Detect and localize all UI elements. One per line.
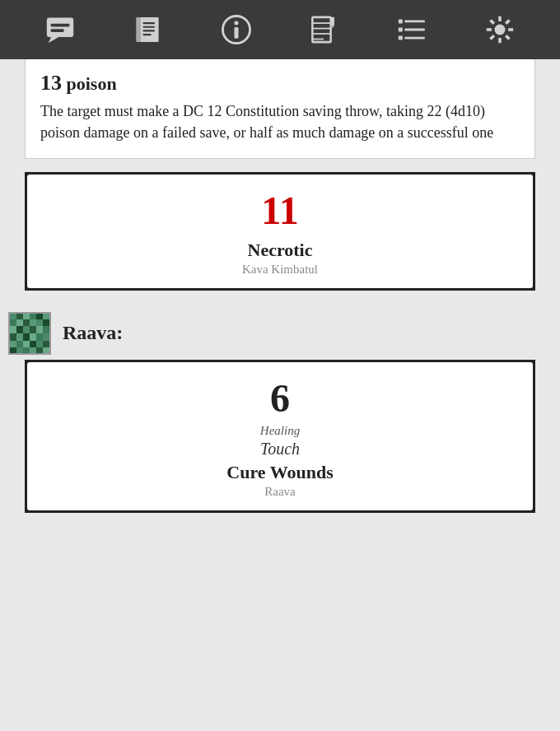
poison-title: 13 poison	[40, 71, 520, 95]
poison-description: The target must make a DC 12 Constitutio…	[40, 100, 520, 143]
journal-icon[interactable]	[130, 12, 166, 48]
svg-rect-5	[137, 17, 141, 42]
svg-rect-8	[143, 30, 155, 31]
cure-wounds-caster: Raava	[44, 485, 516, 499]
svg-point-26	[494, 25, 505, 35]
svg-rect-6	[143, 22, 155, 24]
svg-rect-2	[51, 24, 70, 27]
cure-wounds-number: 6	[44, 377, 516, 421]
cure-wounds-name: Cure Wounds	[44, 462, 516, 483]
svg-line-32	[506, 35, 509, 39]
list-icon[interactable]	[394, 12, 430, 48]
chat-icon[interactable]	[42, 12, 78, 48]
cure-wounds-card-inner: 6 Healing Touch Cure Wounds Raava	[44, 377, 516, 499]
svg-rect-23	[404, 20, 424, 22]
svg-rect-22	[399, 36, 403, 40]
svg-rect-0	[47, 18, 73, 37]
svg-rect-9	[143, 34, 152, 35]
info-icon[interactable]	[218, 12, 254, 48]
cure-wounds-card: 6 Healing Touch Cure Wounds Raava	[25, 360, 535, 513]
necrotic-sub: Kava Kimbatul	[44, 263, 516, 277]
avatar-mosaic	[10, 312, 49, 355]
svg-marker-18	[331, 17, 334, 26]
svg-line-33	[506, 20, 509, 23]
svg-point-11	[234, 21, 238, 26]
svg-marker-1	[49, 37, 59, 43]
cure-wounds-touch: Touch	[44, 440, 516, 459]
svg-rect-7	[143, 26, 155, 28]
svg-line-34	[490, 35, 493, 39]
poison-amount: 13	[40, 71, 62, 95]
svg-rect-13	[313, 17, 331, 42]
necrotic-card-inner: 11 Necrotic Kava Kimbatul	[44, 189, 516, 277]
poison-card: 13 poison The target must make a DC 12 C…	[25, 59, 535, 159]
necrotic-name: Necrotic	[44, 240, 516, 261]
svg-rect-3	[51, 29, 64, 32]
settings-icon[interactable]	[482, 12, 518, 48]
svg-rect-20	[399, 19, 403, 23]
svg-rect-24	[404, 29, 424, 31]
notes-icon[interactable]	[306, 12, 342, 48]
svg-rect-21	[399, 27, 403, 31]
poison-type: poison	[67, 73, 117, 94]
svg-line-31	[490, 20, 493, 23]
necrotic-number: 11	[44, 189, 516, 233]
svg-rect-12	[234, 27, 238, 39]
avatar	[8, 312, 51, 355]
toolbar	[0, 0, 560, 59]
svg-rect-25	[404, 37, 424, 40]
cure-wounds-type: Healing	[44, 424, 516, 438]
necrotic-card: 11 Necrotic Kava Kimbatul	[25, 172, 535, 291]
speaker-row: Raava:	[0, 304, 560, 360]
main-content: 13 poison The target must make a DC 12 C…	[0, 59, 560, 513]
speaker-label: Raava:	[63, 322, 123, 344]
